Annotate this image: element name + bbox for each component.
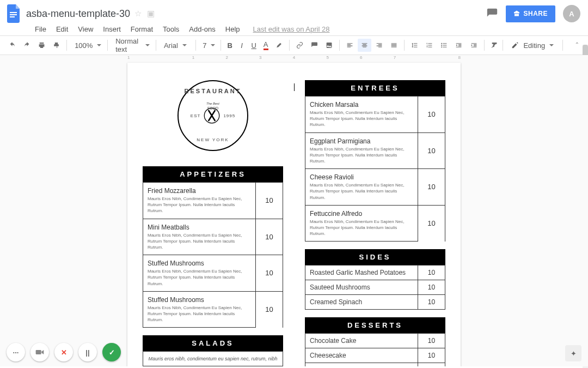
svg-point-4 bbox=[441, 43, 442, 44]
document-title[interactable]: asba-menu-template-30 bbox=[26, 8, 130, 20]
svg-rect-0 bbox=[10, 12, 17, 13]
svg-rect-8 bbox=[36, 350, 41, 354]
collapse-toolbar-icon[interactable]: ˆ bbox=[572, 39, 583, 52]
item-price: 10 bbox=[256, 183, 283, 219]
insert-comment-icon[interactable] bbox=[308, 39, 321, 52]
logo-top: RESTAURANT bbox=[185, 88, 242, 94]
appetizers-table[interactable]: Fried Mozzarella10 Mauris Eros Nibh, Con… bbox=[143, 182, 283, 328]
print-icon[interactable] bbox=[35, 39, 48, 52]
align-justify-icon[interactable] bbox=[387, 39, 401, 52]
menu-file[interactable]: File bbox=[30, 25, 51, 33]
highlight-color-icon[interactable] bbox=[272, 39, 286, 52]
font-combo[interactable]: Arial bbox=[160, 39, 192, 52]
insert-image-icon[interactable] bbox=[322, 39, 336, 52]
section-appetizers: APPETIZERS bbox=[143, 166, 283, 182]
bulleted-list-icon[interactable] bbox=[437, 39, 451, 52]
last-edit-link[interactable]: Last edit was on April 28 bbox=[249, 25, 334, 33]
font-value: Arial bbox=[164, 41, 178, 50]
menu-edit[interactable]: Edit bbox=[52, 25, 72, 33]
menu-addons[interactable]: Add-ons bbox=[185, 25, 219, 33]
share-button[interactable]: SHARE bbox=[506, 5, 555, 22]
docs-home-icon[interactable] bbox=[4, 4, 24, 23]
line-spacing-icon[interactable] bbox=[408, 39, 421, 52]
cancel-button[interactable]: ✕ bbox=[54, 343, 73, 361]
mode-label: Editing bbox=[523, 41, 545, 50]
section-sides: SIDES bbox=[305, 249, 445, 265]
style-value: Normal text bbox=[115, 37, 141, 53]
comments-icon[interactable] bbox=[486, 8, 498, 20]
outdent-icon[interactable] bbox=[452, 39, 465, 52]
text-color-icon[interactable]: A bbox=[260, 39, 271, 52]
svg-point-6 bbox=[441, 46, 442, 47]
redo-icon[interactable] bbox=[20, 39, 34, 52]
align-center-icon[interactable] bbox=[358, 39, 371, 52]
font-size-combo[interactable]: 7 bbox=[199, 39, 217, 52]
align-left-icon[interactable] bbox=[343, 39, 357, 52]
zoom-value: 100% bbox=[75, 41, 93, 50]
entrees-table[interactable]: Chicken Marsala10 Mauris Eros Nibh, Cond… bbox=[305, 96, 445, 242]
logo-bottom: NEW YORK bbox=[197, 137, 229, 142]
undo-icon[interactable] bbox=[5, 39, 19, 52]
salads-intro: Mauris eros nibh, condimentum eu sapien … bbox=[143, 352, 283, 366]
menu-format[interactable]: Format bbox=[126, 25, 157, 33]
folder-icon[interactable]: ▣ bbox=[146, 9, 156, 19]
align-right-icon[interactable] bbox=[372, 39, 386, 52]
confirm-button[interactable]: ✓ bbox=[102, 343, 121, 361]
section-salads: SALADS bbox=[143, 335, 283, 351]
text-cursor bbox=[294, 83, 295, 91]
recorder-controls: ··· ✕ || ✓ bbox=[7, 343, 121, 361]
numbered-list-icon[interactable] bbox=[422, 39, 436, 52]
camera-button[interactable] bbox=[30, 343, 49, 361]
paragraph-style-combo[interactable]: Normal text bbox=[111, 39, 152, 52]
svg-rect-1 bbox=[10, 14, 17, 15]
item-name: Fried Mozzarella bbox=[143, 183, 256, 196]
paint-format-icon[interactable] bbox=[50, 39, 63, 52]
toolbar: 100% Normal text Arial 7 B I U A Editing… bbox=[0, 35, 588, 55]
more-button[interactable]: ··· bbox=[7, 343, 25, 361]
menubar: File Edit View Insert Format Tools Add-o… bbox=[0, 25, 588, 35]
horizontal-ruler[interactable]: 112345678 bbox=[0, 55, 588, 62]
item-desc: Mauris Eros Nibh, Condimentum Eu Sapien … bbox=[143, 196, 256, 219]
bold-icon[interactable]: B bbox=[224, 39, 235, 52]
section-desserts: DESSERTS bbox=[305, 317, 445, 333]
star-icon[interactable]: ☆ bbox=[133, 9, 143, 19]
underline-icon[interactable]: U bbox=[248, 39, 259, 52]
svg-point-5 bbox=[441, 45, 442, 46]
avatar[interactable]: A bbox=[563, 5, 580, 22]
salads-table[interactable]: Mauris eros nibh, condimentum eu sapien … bbox=[143, 351, 283, 366]
zoom-combo[interactable]: 100% bbox=[70, 39, 104, 52]
explore-button[interactable]: ✦ bbox=[565, 345, 581, 361]
menu-view[interactable]: View bbox=[74, 25, 97, 33]
svg-rect-2 bbox=[10, 16, 15, 17]
mode-switcher[interactable]: Editing bbox=[506, 41, 559, 50]
italic-icon[interactable]: I bbox=[236, 39, 247, 52]
restaurant-logo: RESTAURANT The Best FOOD EST 1995 NEW YO… bbox=[177, 80, 248, 151]
section-entrees: ENTREES bbox=[305, 80, 445, 96]
sides-table[interactable]: Roasted Garlic Mashed Potatoes10 Sauteed… bbox=[305, 265, 445, 310]
menu-tools[interactable]: Tools bbox=[158, 25, 183, 33]
insert-link-icon[interactable] bbox=[293, 39, 307, 52]
size-value: 7 bbox=[203, 41, 206, 50]
document-page[interactable]: RESTAURANT The Best FOOD EST 1995 NEW YO… bbox=[127, 63, 461, 366]
clear-format-icon[interactable] bbox=[487, 39, 501, 52]
menu-help[interactable]: Help bbox=[221, 25, 244, 33]
desserts-table[interactable]: Chocolate Cake10 Cheesecake10 Creme Brul… bbox=[305, 333, 445, 366]
share-label: SHARE bbox=[523, 10, 548, 17]
pause-button[interactable]: || bbox=[78, 343, 97, 361]
indent-icon[interactable] bbox=[467, 39, 481, 52]
menu-insert[interactable]: Insert bbox=[99, 25, 125, 33]
